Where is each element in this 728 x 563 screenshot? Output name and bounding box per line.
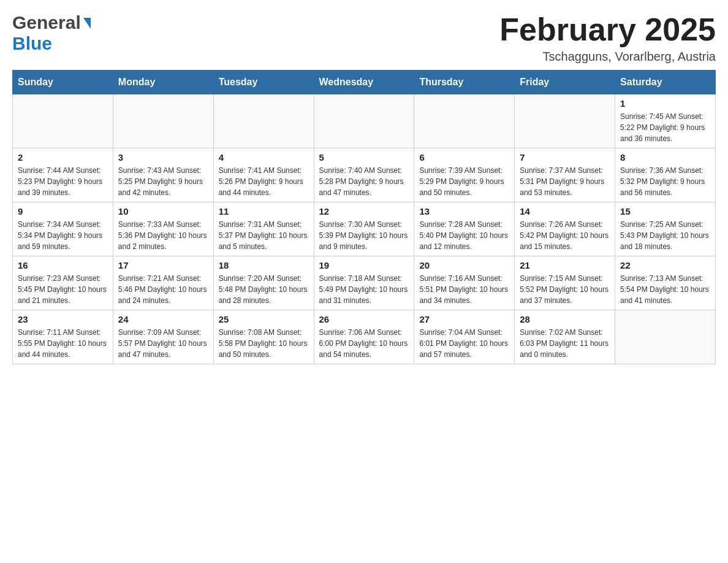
day-number: 19 [319,260,409,270]
day-info: Sunrise: 7:20 AM Sunset: 5:48 PM Dayligh… [219,273,309,306]
day-info: Sunrise: 7:36 AM Sunset: 5:32 PM Dayligh… [620,165,710,198]
day-info: Sunrise: 7:28 AM Sunset: 5:40 PM Dayligh… [419,219,509,252]
day-number: 28 [520,314,610,324]
calendar-day-cell: 10Sunrise: 7:33 AM Sunset: 5:36 PM Dayli… [113,202,213,256]
day-number: 22 [620,260,710,270]
day-info: Sunrise: 7:06 AM Sunset: 6:00 PM Dayligh… [319,327,409,360]
day-number: 8 [620,152,710,163]
calendar-day-cell: 14Sunrise: 7:26 AM Sunset: 5:42 PM Dayli… [515,202,615,256]
day-info: Sunrise: 7:15 AM Sunset: 5:52 PM Dayligh… [520,273,610,306]
day-number: 11 [219,206,309,216]
day-number: 15 [620,206,710,216]
day-number: 5 [319,152,409,163]
day-info: Sunrise: 7:41 AM Sunset: 5:26 PM Dayligh… [219,165,309,198]
day-number: 13 [419,206,509,216]
day-info: Sunrise: 7:02 AM Sunset: 6:03 PM Dayligh… [520,327,610,360]
day-info: Sunrise: 7:21 AM Sunset: 5:46 PM Dayligh… [118,273,208,306]
calendar-day-cell: 8Sunrise: 7:36 AM Sunset: 5:32 PM Daylig… [615,148,716,202]
day-info: Sunrise: 7:31 AM Sunset: 5:37 PM Dayligh… [219,219,309,252]
calendar-day-cell: 6Sunrise: 7:39 AM Sunset: 5:29 PM Daylig… [414,148,515,202]
calendar-day-cell: 4Sunrise: 7:41 AM Sunset: 5:26 PM Daylig… [213,148,314,202]
calendar-day-cell: 3Sunrise: 7:43 AM Sunset: 5:25 PM Daylig… [113,148,213,202]
day-number: 10 [118,206,208,216]
day-info: Sunrise: 7:13 AM Sunset: 5:54 PM Dayligh… [620,273,710,306]
calendar-day-cell: 9Sunrise: 7:34 AM Sunset: 5:34 PM Daylig… [13,202,113,256]
calendar-day-cell [414,94,515,148]
day-info: Sunrise: 7:40 AM Sunset: 5:28 PM Dayligh… [319,165,409,198]
header-row: SundayMondayTuesdayWednesdayThursdayFrid… [13,71,716,94]
day-info: Sunrise: 7:11 AM Sunset: 5:55 PM Dayligh… [18,327,108,360]
day-number: 2 [18,152,108,163]
calendar-day-cell [213,94,314,148]
day-info: Sunrise: 7:33 AM Sunset: 5:36 PM Dayligh… [118,219,208,252]
calendar-body: 1Sunrise: 7:45 AM Sunset: 5:22 PM Daylig… [13,94,716,364]
calendar-week-row: 9Sunrise: 7:34 AM Sunset: 5:34 PM Daylig… [13,202,716,256]
day-info: Sunrise: 7:09 AM Sunset: 5:57 PM Dayligh… [118,327,208,360]
day-info: Sunrise: 7:04 AM Sunset: 6:01 PM Dayligh… [419,327,509,360]
day-number: 21 [520,260,610,270]
calendar-day-cell: 19Sunrise: 7:18 AM Sunset: 5:49 PM Dayli… [314,256,414,310]
calendar-location: Tschagguns, Vorarlberg, Austria [499,50,716,64]
calendar-day-cell [314,94,414,148]
calendar-day-cell: 23Sunrise: 7:11 AM Sunset: 5:55 PM Dayli… [13,310,113,364]
day-number: 12 [319,206,409,216]
day-number: 1 [620,98,710,109]
day-info: Sunrise: 7:39 AM Sunset: 5:29 PM Dayligh… [419,165,509,198]
day-number: 3 [118,152,208,163]
day-info: Sunrise: 7:26 AM Sunset: 5:42 PM Dayligh… [520,219,610,252]
logo-blue-text: Blue [12,33,52,53]
day-info: Sunrise: 7:08 AM Sunset: 5:58 PM Dayligh… [219,327,309,360]
calendar-day-cell: 24Sunrise: 7:09 AM Sunset: 5:57 PM Dayli… [113,310,213,364]
day-number: 9 [18,206,108,216]
day-of-week-header: Friday [515,71,615,94]
calendar-week-row: 16Sunrise: 7:23 AM Sunset: 5:45 PM Dayli… [13,256,716,310]
calendar-day-cell: 26Sunrise: 7:06 AM Sunset: 6:00 PM Dayli… [314,310,414,364]
calendar-day-cell: 22Sunrise: 7:13 AM Sunset: 5:54 PM Dayli… [615,256,716,310]
calendar-day-cell: 12Sunrise: 7:30 AM Sunset: 5:39 PM Dayli… [314,202,414,256]
day-of-week-header: Tuesday [213,71,314,94]
calendar-week-row: 1Sunrise: 7:45 AM Sunset: 5:22 PM Daylig… [13,94,716,148]
day-number: 27 [419,314,509,324]
day-number: 14 [520,206,610,216]
title-block: February 2025 Tschagguns, Vorarlberg, Au… [499,12,716,64]
day-info: Sunrise: 7:30 AM Sunset: 5:39 PM Dayligh… [319,219,409,252]
logo-chevron-icon [83,18,91,29]
calendar-day-cell [13,94,113,148]
calendar-day-cell [515,94,615,148]
day-info: Sunrise: 7:45 AM Sunset: 5:22 PM Dayligh… [620,111,710,144]
calendar-day-cell [615,310,716,364]
calendar-day-cell: 1Sunrise: 7:45 AM Sunset: 5:22 PM Daylig… [615,94,716,148]
day-number: 26 [319,314,409,324]
day-info: Sunrise: 7:43 AM Sunset: 5:25 PM Dayligh… [118,165,208,198]
calendar-day-cell: 16Sunrise: 7:23 AM Sunset: 5:45 PM Dayli… [13,256,113,310]
calendar-day-cell: 17Sunrise: 7:21 AM Sunset: 5:46 PM Dayli… [113,256,213,310]
calendar-day-cell: 5Sunrise: 7:40 AM Sunset: 5:28 PM Daylig… [314,148,414,202]
calendar-day-cell: 21Sunrise: 7:15 AM Sunset: 5:52 PM Dayli… [515,256,615,310]
calendar-day-cell: 11Sunrise: 7:31 AM Sunset: 5:37 PM Dayli… [213,202,314,256]
day-number: 17 [118,260,208,270]
calendar-day-cell [113,94,213,148]
calendar-table: SundayMondayTuesdayWednesdayThursdayFrid… [12,70,716,364]
calendar-day-cell: 25Sunrise: 7:08 AM Sunset: 5:58 PM Dayli… [213,310,314,364]
day-of-week-header: Thursday [414,71,515,94]
day-info: Sunrise: 7:16 AM Sunset: 5:51 PM Dayligh… [419,273,509,306]
day-of-week-header: Saturday [615,71,716,94]
calendar-day-cell: 13Sunrise: 7:28 AM Sunset: 5:40 PM Dayli… [414,202,515,256]
calendar-week-row: 2Sunrise: 7:44 AM Sunset: 5:23 PM Daylig… [13,148,716,202]
calendar-day-cell: 7Sunrise: 7:37 AM Sunset: 5:31 PM Daylig… [515,148,615,202]
day-number: 6 [419,152,509,163]
day-info: Sunrise: 7:34 AM Sunset: 5:34 PM Dayligh… [18,219,108,252]
day-info: Sunrise: 7:18 AM Sunset: 5:49 PM Dayligh… [319,273,409,306]
day-number: 18 [219,260,309,270]
day-number: 20 [419,260,509,270]
logo: General Blue [12,12,91,54]
calendar-day-cell: 15Sunrise: 7:25 AM Sunset: 5:43 PM Dayli… [615,202,716,256]
day-number: 25 [219,314,309,324]
calendar-day-cell: 28Sunrise: 7:02 AM Sunset: 6:03 PM Dayli… [515,310,615,364]
calendar-title: February 2025 [499,12,716,47]
page-header: General Blue February 2025 Tschagguns, V… [12,12,716,64]
calendar-header: SundayMondayTuesdayWednesdayThursdayFrid… [13,71,716,94]
day-number: 7 [520,152,610,163]
calendar-day-cell: 20Sunrise: 7:16 AM Sunset: 5:51 PM Dayli… [414,256,515,310]
day-info: Sunrise: 7:37 AM Sunset: 5:31 PM Dayligh… [520,165,610,198]
